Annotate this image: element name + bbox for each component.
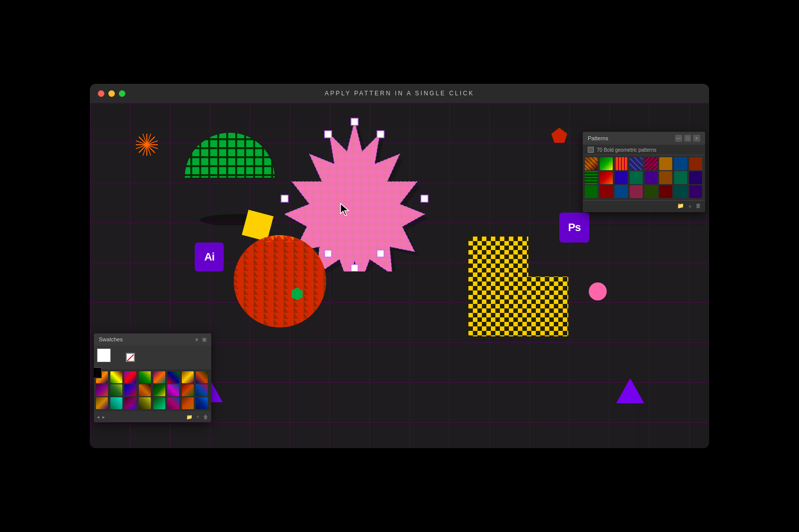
orange-circle: [234, 235, 326, 327]
swatches-folder-icon[interactable]: 📁: [186, 414, 192, 420]
patterns-panel-header: Patterns — □ ×: [583, 132, 705, 145]
swatches-forward-icon[interactable]: ▸: [102, 414, 105, 420]
svg-marker-39: [468, 237, 568, 336]
swatch-item[interactable]: [124, 371, 136, 383]
swatches-delete-icon[interactable]: 🗑: [203, 414, 208, 420]
yellow-stair-shape: [468, 237, 568, 336]
swatch-item[interactable]: [167, 384, 179, 396]
swatch-item[interactable]: [110, 384, 122, 396]
pattern-item[interactable]: [630, 157, 643, 170]
swatch-item[interactable]: [182, 384, 194, 396]
swatches-back-icon[interactable]: ◂: [97, 414, 99, 420]
pattern-item[interactable]: [659, 171, 672, 184]
pattern-item[interactable]: [689, 185, 702, 198]
patterns-panel-close-x[interactable]: ×: [693, 135, 700, 142]
swatch-item[interactable]: [153, 371, 165, 383]
swatch-grid: [94, 369, 211, 411]
svg-rect-27: [377, 250, 384, 257]
pattern-item[interactable]: [689, 171, 702, 184]
swatch-item[interactable]: [139, 384, 151, 396]
swatches-grid-view[interactable]: ⊞: [202, 337, 206, 342]
pattern-item[interactable]: [674, 185, 687, 198]
svg-rect-42: [588, 147, 593, 152]
svg-rect-23: [421, 195, 428, 202]
patterns-panel-title: Patterns: [588, 135, 608, 141]
svg-point-8: [145, 143, 149, 147]
pattern-panel-delete-icon[interactable]: 🗑: [696, 203, 701, 210]
pattern-item[interactable]: [585, 157, 598, 170]
swatch-item[interactable]: [196, 384, 208, 396]
purple-triangle-right: [616, 378, 644, 403]
window-title: APPLY PATTERN IN A SINGLE CLICK: [98, 90, 701, 97]
swatch-item[interactable]: [124, 397, 136, 409]
swatch-item[interactable]: [167, 397, 179, 409]
svg-rect-25: [377, 131, 384, 138]
swatch-foreground[interactable]: [97, 348, 111, 362]
svg-rect-22: [281, 195, 288, 202]
pattern-item[interactable]: [659, 157, 672, 170]
pattern-item[interactable]: [615, 157, 628, 170]
pattern-item[interactable]: [630, 171, 643, 184]
swatch-item[interactable]: [96, 397, 108, 409]
app-window: APPLY PATTERN IN A SINGLE CLICK: [90, 84, 709, 448]
swatch-item[interactable]: [167, 371, 179, 383]
swatches-tools: ≡ ⊞: [195, 337, 206, 342]
swatch-item[interactable]: [110, 371, 122, 383]
pattern-item[interactable]: [630, 185, 643, 198]
patterns-panel: Patterns — □ × 70 Bold geometric pattern…: [583, 132, 705, 212]
patterns-subheader: 70 Bold geometric patterns: [583, 145, 705, 155]
swatch-item[interactable]: [110, 397, 122, 409]
patterns-panel-close[interactable]: —: [675, 135, 682, 142]
swatch-item[interactable]: [196, 397, 208, 409]
pattern-item[interactable]: [689, 157, 702, 170]
green-half-circle: [182, 130, 277, 225]
swatches-add-icon[interactable]: ＋: [195, 413, 200, 420]
pattern-item[interactable]: [615, 185, 628, 198]
green-hexagon: [290, 286, 305, 301]
title-bar: APPLY PATTERN IN A SINGLE CLICK: [90, 84, 709, 103]
svg-rect-21: [351, 265, 358, 271]
pattern-item[interactable]: [674, 157, 687, 170]
ps-badge: Ps: [559, 213, 589, 243]
patterns-panel-maximize[interactable]: □: [684, 135, 691, 142]
ai-badge: Ai: [195, 243, 224, 271]
pattern-panel-add-icon[interactable]: ＋: [687, 203, 693, 210]
maximize-button[interactable]: [119, 90, 125, 97]
svg-point-12: [185, 133, 275, 223]
ps-badge-text: Ps: [568, 221, 581, 234]
swatch-none[interactable]: [126, 353, 135, 362]
swatch-item[interactable]: [153, 384, 165, 396]
swatch-background[interactable]: [94, 367, 102, 378]
svg-rect-26: [325, 250, 332, 257]
pattern-item[interactable]: [600, 157, 613, 170]
swatches-list-view[interactable]: ≡: [195, 337, 198, 342]
swatches-footer: ◂ ▸ 📁 ＋ 🗑: [94, 411, 211, 422]
traffic-lights: [98, 90, 125, 97]
pattern-item[interactable]: [600, 171, 613, 184]
swatch-item[interactable]: [182, 371, 194, 383]
pattern-item[interactable]: [645, 171, 658, 184]
minimize-button[interactable]: [108, 90, 115, 97]
svg-point-34: [234, 235, 326, 327]
swatch-item[interactable]: [139, 371, 151, 383]
swatch-item[interactable]: [153, 397, 165, 409]
pattern-item[interactable]: [659, 185, 672, 198]
pattern-item[interactable]: [585, 185, 598, 198]
close-button[interactable]: [98, 90, 104, 97]
patterns-panel-controls: — □ ×: [675, 135, 700, 142]
swatch-item[interactable]: [96, 384, 108, 396]
swatch-item[interactable]: [196, 371, 208, 383]
pattern-item[interactable]: [615, 171, 628, 184]
swatch-item[interactable]: [182, 397, 194, 409]
swatch-item[interactable]: [124, 384, 136, 396]
pattern-item[interactable]: [645, 185, 658, 198]
svg-marker-28: [551, 128, 567, 143]
pattern-item[interactable]: [600, 185, 613, 198]
swatch-item[interactable]: [139, 397, 151, 409]
pattern-item[interactable]: [645, 157, 658, 170]
svg-marker-35: [292, 287, 303, 300]
pattern-item[interactable]: [585, 171, 598, 184]
pattern-panel-folder-icon[interactable]: 📁: [677, 203, 684, 210]
ai-badge-text: Ai: [204, 251, 214, 264]
pattern-item[interactable]: [674, 171, 687, 184]
